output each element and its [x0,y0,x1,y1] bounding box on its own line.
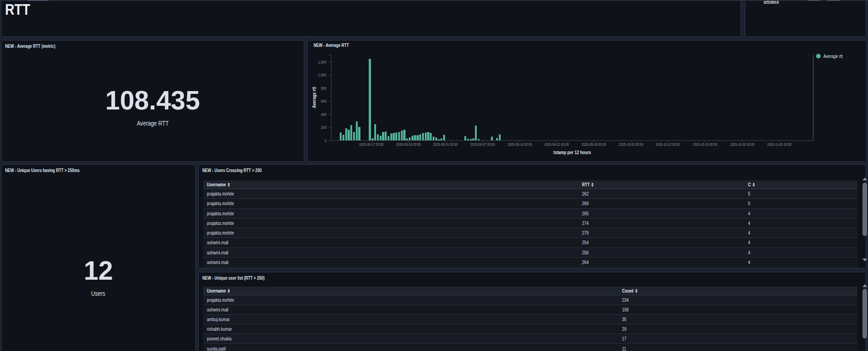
panel-details: Details [745,0,866,37]
bar[interactable] [377,134,379,140]
metric-label: Average RTT [1,120,304,127]
y-tick-label: 1,000 [316,73,326,77]
column-header-username[interactable]: Username [203,288,618,293]
bar[interactable] [417,135,418,140]
panel-title: NEW - Average RTT (metric) [5,43,72,49]
table-cell: 4 [744,209,857,218]
table-cell: 254 [578,238,744,247]
panel-chart-avg-rtt: NEW - Average RTT Average rtt 0200400600… [307,40,867,162]
bar[interactable] [443,135,445,140]
bar[interactable] [388,136,389,140]
bar[interactable] [472,138,474,140]
bar[interactable] [401,131,403,140]
bar[interactable] [467,139,469,140]
bar[interactable] [464,136,466,140]
bar[interactable] [425,132,427,140]
bar[interactable] [374,124,376,140]
bar[interactable] [470,139,472,140]
bar[interactable] [499,134,501,140]
bar[interactable] [478,139,480,140]
y-tick [329,75,331,75]
bar[interactable] [369,59,371,140]
bar[interactable] [356,121,358,140]
scrollbar-thumb[interactable] [862,289,867,339]
table-row: rishabh.kumar29 [203,324,857,334]
column-header-c[interactable]: C [744,182,857,187]
bar[interactable] [390,133,392,140]
table-cell: rishabh.kumar [203,324,618,334]
table-row: prajakta.mohite2744 [203,219,857,228]
metric-value: 12 [1,258,195,284]
bar[interactable] [435,138,437,140]
dashboard-title: RTT [5,1,34,18]
scrollbar-thumb[interactable] [862,183,867,236]
panel-metric-unique-users: NEW - Unique Users having RTT > 250ms 12… [1,164,196,351]
bar[interactable] [430,133,432,140]
bar[interactable] [398,132,400,140]
panel-title: NEW - Unique user list (RTT > 250) [202,275,286,281]
metric-label: Users [1,290,195,297]
bar[interactable] [350,125,352,140]
bar[interactable] [358,127,360,140]
bar[interactable] [422,133,424,140]
y-tick-label: 0 [324,138,326,143]
bar[interactable] [496,138,498,140]
table-cell: 11 [618,344,857,351]
table-cell: 4 [744,228,857,237]
sort-icon [228,183,230,187]
bar[interactable] [406,138,408,140]
y-tick [329,141,331,141]
scroll-up-arrow[interactable] [862,284,867,287]
column-header-rtt[interactable]: RTT [578,182,744,187]
bar[interactable] [491,137,493,140]
bar[interactable] [380,136,382,140]
table-row: puneet.shukla17 [203,334,857,344]
table-cell: 262 [578,189,744,198]
table-cell: 264 [578,258,744,267]
legend-item-average-rtt[interactable]: Average rtt [816,53,848,59]
bar[interactable] [414,135,416,140]
bar[interactable] [348,130,349,140]
table-users-crossing: UsernameRTTCprajakta.mohite2625prajakta.… [203,180,857,267]
table-row: ashwini.mali2544 [203,238,857,247]
bar[interactable] [382,132,384,140]
bar[interactable] [440,138,442,140]
y-tick-label: 1,200 [316,60,326,64]
table-cell: prajakta.mohite [203,189,578,198]
table-cell: 256 [578,248,744,257]
column-header-username[interactable]: Username [203,182,578,187]
bar[interactable] [345,128,347,140]
table-cell: 279 [578,228,744,237]
table-cell: ambuj.kumar [203,315,618,324]
scroll-down-arrow[interactable] [862,259,867,261]
plot-area: 02004006008001,0001,2002025-08-17 00:002… [331,55,813,141]
y-tick-label: 400 [320,112,326,117]
bar[interactable] [353,132,355,140]
top-chrome-segment [28,0,48,1]
bar[interactable] [409,138,411,140]
bar[interactable] [475,126,477,140]
table-cell: sunita.patil [203,344,618,351]
bar[interactable] [385,132,387,140]
y-tick [329,127,331,128]
column-header-count[interactable]: Count [618,288,857,293]
bar[interactable] [403,130,405,140]
bar[interactable] [419,134,421,140]
bar[interactable] [433,137,434,140]
scroll-up-arrow[interactable] [862,178,867,180]
table-cell: prajakta.mohite [203,228,578,237]
table-row: ambuj.kumar35 [203,315,857,324]
panel-title: NEW - Users Crossing RTT > 250 [202,167,281,173]
table-cell: puneet.shukla [203,334,618,343]
bar[interactable] [395,132,397,140]
bar[interactable] [340,132,342,140]
y-tick-label: 600 [320,99,326,104]
bar[interactable] [411,136,413,140]
bar[interactable] [371,138,373,140]
bar[interactable] [427,132,429,140]
panel-title: NEW - Average RTT [314,42,360,48]
bar[interactable] [438,139,440,140]
bar[interactable] [343,135,344,140]
table-header-row: UsernameRTTC [203,180,857,189]
bar[interactable] [393,133,394,140]
